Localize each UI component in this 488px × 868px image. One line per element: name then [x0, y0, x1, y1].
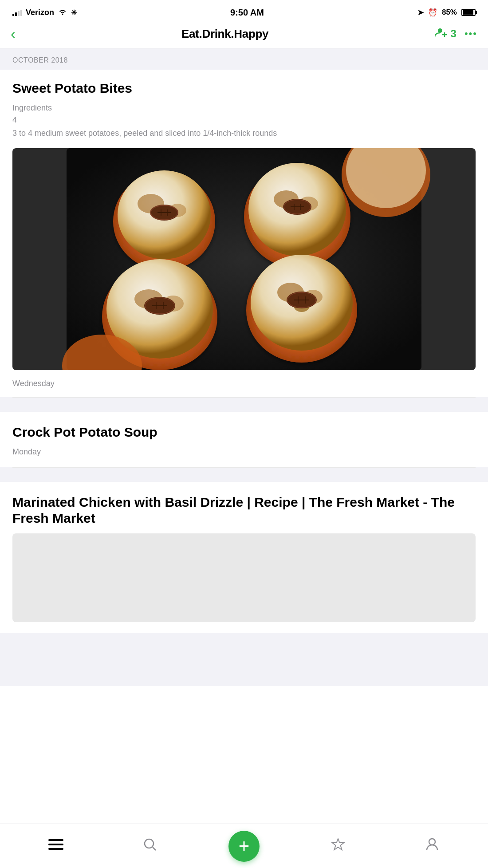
signal-icon	[12, 9, 22, 16]
header-right: 3 •••	[435, 27, 477, 41]
search-icon	[143, 838, 157, 854]
food-image	[12, 148, 476, 370]
battery-icon	[461, 9, 476, 16]
tab-profile[interactable]	[385, 838, 479, 854]
carrier-label: Verizon	[26, 8, 54, 17]
description-text: 3 to 4 medium sweet potatoes, peeled and…	[12, 127, 476, 139]
add-friend-button[interactable]: 3	[435, 27, 457, 41]
header-title: Eat.Drink.Happy	[181, 27, 268, 41]
fab-plus-icon: +	[239, 837, 250, 856]
location-icon: ➤	[417, 8, 424, 17]
tab-spacer	[0, 633, 488, 686]
tab-search[interactable]	[103, 838, 197, 854]
more-button[interactable]: •••	[464, 28, 477, 39]
tab-list[interactable]	[9, 838, 103, 854]
status-left: Verizon ✳	[12, 8, 77, 17]
fab-add-button[interactable]: +	[228, 831, 260, 862]
chicken-image-placeholder	[12, 533, 476, 622]
first-card-date: Wednesday	[12, 379, 476, 388]
section-gap-1	[0, 398, 488, 412]
status-time: 9:50 AM	[230, 8, 264, 18]
status-right: ➤ ⏰ 85%	[417, 8, 476, 17]
app-header: ‹ Eat.Drink.Happy 3 •••	[0, 23, 488, 48]
ingredients-label: Ingredients	[12, 103, 476, 113]
section-label: OCTOBER 2018	[12, 56, 68, 64]
potato-soup-title: Crock Pot Potato Soup	[12, 424, 476, 440]
add-friend-icon	[435, 27, 448, 41]
svg-rect-46	[48, 839, 63, 841]
activity-icon: ✳	[71, 8, 77, 17]
sweet-potato-title: Sweet Potato Bites	[12, 80, 476, 96]
chicken-title: Marinated Chicken with Basil Drizzle | R…	[12, 494, 476, 526]
battery-percent: 85%	[442, 8, 457, 17]
servings: 4	[12, 115, 476, 125]
alarm-icon: ⏰	[428, 8, 437, 17]
tab-favorites[interactable]	[291, 838, 385, 854]
svg-line-50	[153, 847, 156, 850]
content: OCTOBER 2018 Sweet Potato Bites Ingredie…	[0, 48, 488, 686]
potato-soup-card[interactable]: Crock Pot Potato Soup Monday	[0, 412, 488, 467]
wifi-icon	[58, 8, 67, 17]
star-icon	[331, 838, 345, 854]
svg-point-49	[145, 839, 153, 848]
tab-bar: +	[0, 824, 488, 868]
section-header: OCTOBER 2018	[0, 48, 488, 70]
profile-icon	[426, 838, 438, 854]
status-bar: Verizon ✳ 9:50 AM ➤ ⏰ 85%	[0, 0, 488, 23]
back-button[interactable]: ‹	[11, 27, 16, 41]
svg-marker-51	[332, 839, 344, 850]
svg-point-52	[429, 839, 435, 845]
sweet-potato-card[interactable]: Sweet Potato Bites Ingredients 4 3 to 4 …	[0, 70, 488, 397]
svg-point-0	[438, 28, 442, 33]
svg-rect-48	[48, 848, 63, 850]
svg-rect-47	[48, 844, 63, 845]
section-gap-2	[0, 468, 488, 482]
list-icon	[48, 838, 63, 854]
chicken-card[interactable]: Marinated Chicken with Basil Drizzle | R…	[0, 482, 488, 633]
friend-count: 3	[451, 28, 457, 40]
tab-add[interactable]: +	[197, 831, 291, 862]
second-card-date: Monday	[12, 447, 476, 457]
